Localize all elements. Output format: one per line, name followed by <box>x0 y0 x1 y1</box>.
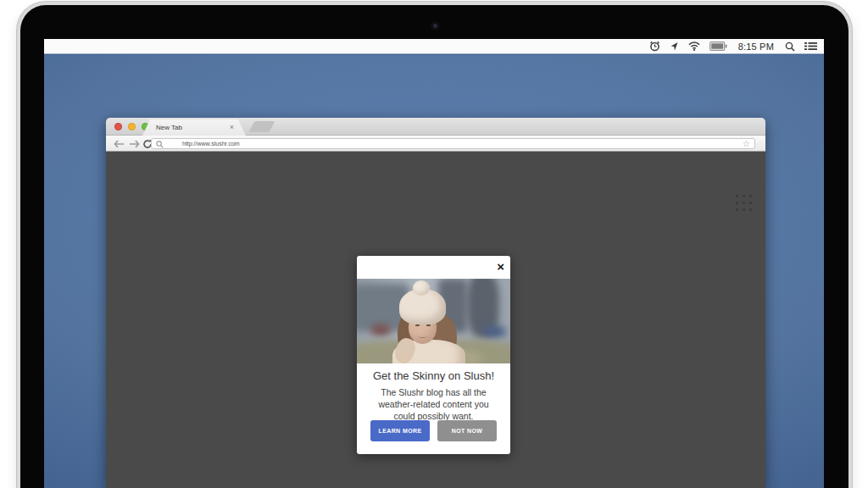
new-tab-button[interactable] <box>249 121 275 132</box>
promo-modal: × <box>357 256 510 454</box>
tab-new-tab[interactable]: New Tab × <box>142 119 246 136</box>
battery-icon[interactable] <box>709 42 727 51</box>
forward-icon[interactable] <box>129 137 140 150</box>
bookmark-star-icon[interactable]: ☆ <box>743 140 750 148</box>
window-controls <box>114 123 149 130</box>
tab-close-icon[interactable]: × <box>230 124 234 131</box>
laptop-mockup: 8:15 PM New Tab × <box>0 0 868 488</box>
webcam-icon <box>431 21 440 30</box>
omnibox-search-icon <box>156 136 164 152</box>
app-grid-icon[interactable] <box>734 193 754 213</box>
modal-body-text: The Slushr blog has all the weather-rela… <box>369 387 498 423</box>
minimize-window-button[interactable] <box>128 123 136 130</box>
menu-bar-clock[interactable]: 8:15 PM <box>738 42 774 52</box>
address-bar[interactable]: http://www.slushr.com ☆ <box>151 138 755 149</box>
url-text[interactable]: http://www.slushr.com <box>182 141 743 147</box>
screen: 8:15 PM New Tab × <box>44 39 824 488</box>
tab-title: New Tab <box>156 124 230 131</box>
browser-toolbar: http://www.slushr.com ☆ <box>106 136 765 152</box>
learn-more-button[interactable]: LEARN MORE <box>370 420 430 441</box>
desktop-wallpaper: New Tab × <box>44 55 824 488</box>
page-content: × <box>106 152 765 488</box>
modal-photo <box>357 279 510 363</box>
spotlight-search-icon[interactable] <box>785 42 795 52</box>
photo-person <box>357 279 510 363</box>
notification-center-icon[interactable] <box>804 42 817 51</box>
modal-heading: Get the Skinny on Slush! <box>357 369 510 382</box>
tab-bar: New Tab × <box>106 118 765 136</box>
close-window-button[interactable] <box>114 123 122 130</box>
back-icon[interactable] <box>114 137 125 150</box>
not-now-button[interactable]: NOT NOW <box>437 420 497 441</box>
wifi-icon[interactable] <box>688 42 700 51</box>
modal-close-icon[interactable]: × <box>497 258 504 275</box>
modal-buttons: LEARN MORE NOT NOW <box>370 420 497 441</box>
menu-bar: 8:15 PM <box>44 39 824 54</box>
browser-window: New Tab × <box>106 118 765 488</box>
alarm-icon[interactable] <box>649 41 660 52</box>
location-icon[interactable] <box>670 42 679 52</box>
